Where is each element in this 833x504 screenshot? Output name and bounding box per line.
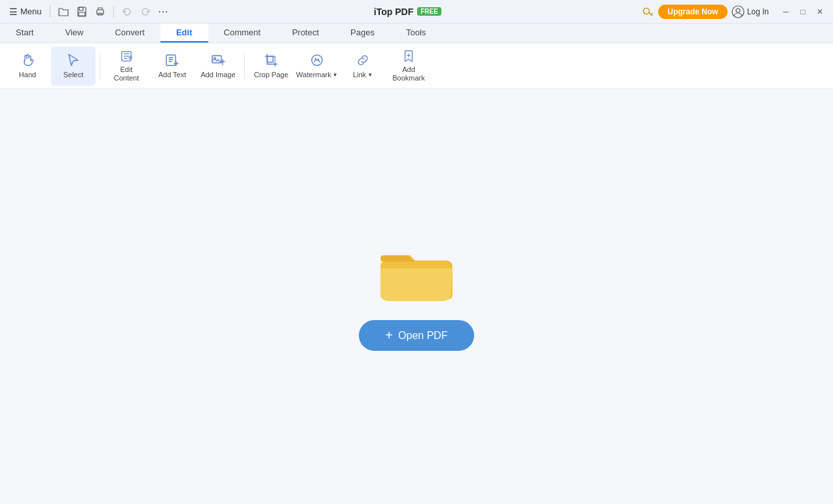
svg-rect-2 (79, 12, 85, 16)
add-image-icon (210, 52, 226, 68)
hand-tool-button[interactable]: Hand (5, 46, 50, 86)
close-button[interactable]: ✕ (812, 4, 828, 20)
tab-edit[interactable]: Edit (160, 24, 208, 43)
crop-page-icon (263, 52, 279, 68)
add-image-label: Add Image (200, 71, 235, 79)
watermark-icon (309, 52, 325, 68)
watermark-label: Watermark ▼ (296, 71, 337, 79)
login-label: Log In (747, 7, 769, 16)
toolbar-divider-1 (100, 53, 100, 79)
save-button[interactable] (73, 3, 91, 21)
link-label: Link ▼ (353, 71, 373, 79)
tab-protect[interactable]: Protect (276, 24, 335, 43)
app-title-area: iTop PDF FREE (173, 7, 643, 17)
svg-point-7 (736, 9, 740, 12)
more-icon: ⋯ (158, 5, 169, 18)
watermark-dropdown-arrow: ▼ (333, 72, 338, 79)
print-button[interactable] (91, 3, 109, 21)
minimize-button[interactable]: ─ (778, 4, 794, 20)
hand-tool-label: Hand (19, 71, 36, 79)
tab-start[interactable]: Start (0, 24, 49, 43)
hand-icon (20, 52, 35, 68)
edit-toolbar: Hand Select Edit Content Add Text (0, 43, 833, 89)
svg-rect-12 (267, 56, 273, 62)
app-title: iTop PDF (374, 7, 413, 17)
link-icon (355, 52, 371, 68)
undo-icon (122, 7, 132, 17)
free-badge: FREE (417, 7, 441, 16)
maximize-button[interactable]: □ (795, 4, 811, 20)
crop-page-button[interactable]: Crop Page (249, 46, 293, 86)
add-image-button[interactable]: Add Image (196, 46, 240, 86)
menu-button[interactable]: ☰ Menu (5, 5, 46, 18)
folder-illustration (377, 242, 456, 307)
separator-2 (113, 6, 114, 18)
crop-page-label: Crop Page (254, 71, 289, 79)
edit-content-icon (119, 49, 134, 63)
add-bookmark-label: Add Bookmark (389, 65, 428, 82)
save-icon (77, 7, 87, 17)
select-tool-button[interactable]: Select (51, 46, 96, 86)
toolbar-divider-2 (244, 53, 245, 79)
upgrade-button[interactable]: Upgrade Now (658, 5, 727, 19)
select-tool-label: Select (64, 71, 84, 79)
tab-convert[interactable]: Convert (99, 24, 160, 43)
undo-button[interactable] (118, 3, 136, 21)
folder-svg (377, 242, 456, 304)
login-area[interactable]: Log In (731, 5, 769, 18)
add-text-label: Add Text (158, 71, 187, 79)
open-pdf-button[interactable]: + Open PDF (359, 320, 473, 351)
select-icon (65, 52, 81, 68)
edit-content-label: Edit Content (107, 65, 146, 82)
main-content: + Open PDF (0, 89, 833, 504)
add-text-button[interactable]: Add Text (150, 46, 194, 86)
print-icon (95, 7, 105, 17)
svg-point-5 (644, 8, 650, 14)
open-folder-icon (58, 7, 69, 17)
key-icon (642, 6, 654, 18)
edit-content-button[interactable]: Edit Content (104, 46, 149, 86)
more-button[interactable]: ⋯ (155, 3, 173, 21)
add-bookmark-button[interactable]: Add Bookmark (386, 46, 431, 86)
watermark-button[interactable]: Watermark ▼ (295, 46, 339, 86)
link-button[interactable]: Link ▼ (341, 46, 385, 86)
link-dropdown-arrow: ▼ (367, 72, 373, 79)
tab-tools[interactable]: Tools (390, 24, 441, 43)
nav-tabs: Start View Convert Edit Comment Protect … (0, 24, 833, 43)
open-file-button[interactable] (54, 3, 73, 21)
plus-icon: + (385, 328, 393, 343)
redo-button[interactable] (136, 3, 155, 21)
add-bookmark-icon (401, 49, 417, 63)
open-pdf-label: Open PDF (398, 330, 448, 342)
svg-rect-1 (79, 7, 83, 10)
tab-pages[interactable]: Pages (335, 24, 390, 43)
account-icon (731, 5, 745, 18)
separator (50, 6, 50, 18)
title-bar: ☰ Menu ⋯ iTo (0, 0, 833, 24)
tab-view[interactable]: View (49, 24, 99, 43)
tab-comment[interactable]: Comment (208, 24, 276, 43)
redo-icon (140, 7, 151, 17)
window-buttons: ─ □ ✕ (778, 4, 828, 20)
menu-label: Menu (20, 7, 42, 16)
hamburger-icon: ☰ (9, 7, 18, 17)
right-area: Upgrade Now Log In ─ □ ✕ (642, 4, 828, 20)
add-text-icon (164, 52, 180, 68)
